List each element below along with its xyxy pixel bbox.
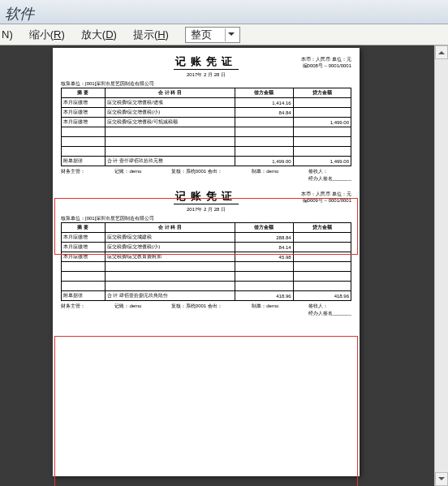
voucher-table: 摘 要 会 计 科 目 借方金额 贷方金额 本月应缴增应交税费/应交城建税288… [61,222,351,301]
voucher-currency: 本币：人民币 单位：元 [301,56,351,62]
col-account: 会 计 科 目 [105,88,235,98]
col-debit: 借方金额 [235,223,293,233]
vertical-scrollbar[interactable] [434,45,448,486]
voucher-number: 编0008号 – 0001/0001 [301,62,351,69]
col-summary: 摘 要 [62,88,106,98]
table-row: 本月应缴增应交税费/应交增值税/可抵减税额1,499.00 [62,118,351,127]
table-row: 本月应缴增应交税费/应交教育费附加45.98 [62,252,351,262]
voucher-1: 记账凭证 2017年 2 月 28 日 本币：人民币 单位：元 编0008号 –… [61,54,351,183]
table-row [62,272,351,282]
window-title: 软件 [5,4,34,24]
scroll-up-button[interactable] [435,45,448,59]
zoom-out-button[interactable]: 缩小(R) [29,28,65,42]
table-row: 本月应缴增应交税费/应交增值税/进项1,414.16 [62,98,351,108]
signature-row: 财务主管： 记账：demo 复核：系统0001 会出： 制单：demo 签收人：… [61,301,351,317]
chevron-down-icon [225,28,238,41]
preview-page: 记账凭证 2017年 2 月 28 日 本币：人民币 单位：元 编0008号 –… [53,48,360,476]
table-row [62,137,351,147]
company-label: 核算单位：[001]深圳市星艺园制造有限公司 [61,215,154,222]
col-credit: 贷方金额 [293,88,351,98]
table-row [62,282,351,291]
col-debit: 借方金额 [235,88,293,98]
voucher-currency: 本币：人民币 单位：元 [301,191,351,197]
table-row [62,127,351,137]
voucher-date: 2017年 2 月 28 日 [61,71,351,79]
col-credit: 贷方金额 [293,223,351,233]
col-account: 会 计 科 目 [105,223,235,233]
preview-stage: 记账凭证 2017年 2 月 28 日 本币：人民币 单位：元 编0008号 –… [0,45,448,486]
scroll-down-button[interactable] [435,472,448,486]
toolbar-btn-n[interactable]: N) [2,28,13,41]
hint-button[interactable]: 提示(H) [133,28,169,42]
signature-row: 财务主管： 记账：demo 复核：系统0001 会出： 制单：demo 签收人：… [61,166,351,183]
window-titlebar: 软件 [0,0,448,24]
col-summary: 摘 要 [62,223,106,233]
toolbar: N) 缩小(R) 放大(D) 提示(H) 整页 [0,24,448,45]
table-row: 本月应缴增应交税费/应交城建税288.84 [62,233,351,243]
company-label: 核算单位：[001]深圳市星艺园制造有限公司 [61,80,154,88]
voucher-title: 记账凭证 [174,189,239,204]
voucher-title: 记账凭证 [174,54,239,70]
zoom-select[interactable]: 整页 [185,27,240,43]
table-row [62,147,351,157]
table-row: 本月应缴增应交税费/应交增值税(小)84.14 [62,243,351,252]
zoom-in-button[interactable]: 放大(D) [81,28,117,42]
table-row: 本月应缴增应交税费/应交增值税(小)84.84 [62,108,351,118]
voucher-date: 2017年 2 月 28 日 [61,206,351,213]
voucher-2: 记账凭证 2017年 2 月 28 日 本币：人民币 单位：元 编0009号 –… [61,189,351,317]
table-row [62,262,351,272]
zoom-select-value: 整页 [191,28,212,42]
voucher-table: 摘 要 会 计 科 目 借方金额 贷方金额 本月应缴增应交税费/应交增值税/进项… [61,88,351,166]
voucher-number: 编0009号 – 0001/0001 [301,197,351,204]
